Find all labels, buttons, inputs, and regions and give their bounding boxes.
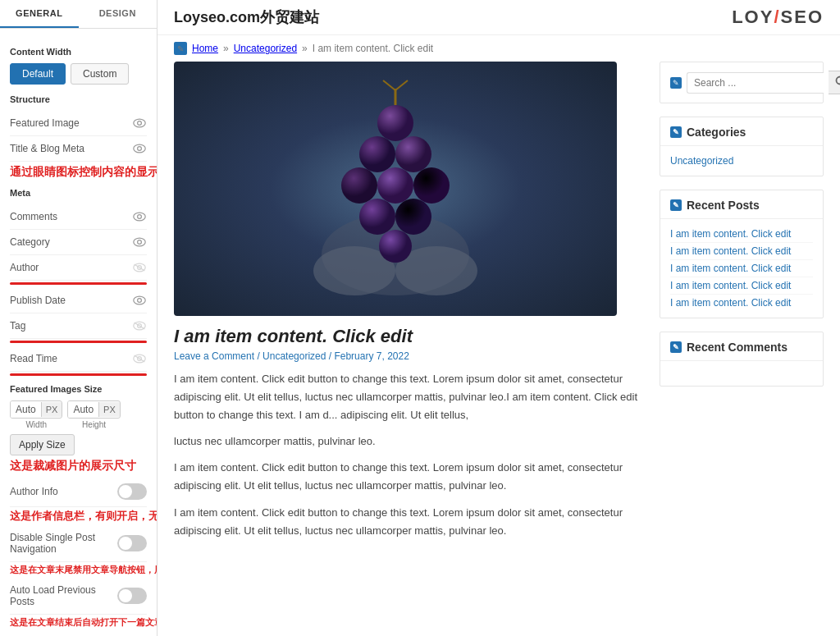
author-info-toggle[interactable] bbox=[117, 483, 147, 500]
svg-point-25 bbox=[341, 167, 377, 204]
svg-point-0 bbox=[134, 119, 145, 127]
search-widget: ✎ bbox=[660, 62, 824, 103]
read-time-eye-icon[interactable] bbox=[132, 351, 147, 366]
featured-image-label: Featured Image bbox=[10, 117, 80, 129]
svg-line-32 bbox=[383, 80, 395, 90]
structure-title: Structure bbox=[10, 94, 147, 104]
breadcrumb-home[interactable]: Home bbox=[192, 43, 218, 54]
svg-point-1 bbox=[138, 121, 142, 126]
svg-point-27 bbox=[413, 167, 450, 204]
apply-size-button[interactable]: Apply Size bbox=[10, 434, 75, 455]
tab-bar: GENERAL DESIGN bbox=[0, 0, 157, 29]
width-input[interactable]: Auto PX bbox=[10, 400, 62, 419]
disable-nav-toggle[interactable] bbox=[117, 535, 147, 551]
featured-image-eye-icon[interactable] bbox=[132, 116, 147, 130]
content-width-label: Content Width bbox=[10, 47, 147, 57]
grapes-svg bbox=[289, 74, 502, 304]
width-input-group: Auto PX Width bbox=[10, 400, 62, 429]
right-sidebar: ✎ ✎ Categories Uncategorized bbox=[660, 62, 824, 548]
read-time-red-bar bbox=[10, 373, 147, 376]
publish-date-eye-icon[interactable] bbox=[132, 293, 147, 308]
height-value: Auto bbox=[68, 401, 98, 418]
recent-post-1[interactable]: I am item content. Click edit bbox=[670, 226, 813, 243]
meta-title: Meta bbox=[10, 188, 147, 198]
post-body-1: I am item content. Click edit button to … bbox=[174, 370, 643, 424]
recent-post-2[interactable]: I am item content. Click edit bbox=[670, 243, 813, 260]
svg-point-11 bbox=[134, 296, 145, 304]
svg-point-23 bbox=[359, 136, 395, 172]
post-body: I am item content. Click edit button to … bbox=[174, 370, 643, 540]
tag-red-bar bbox=[10, 341, 147, 343]
category-row: Category bbox=[10, 230, 147, 255]
svg-line-33 bbox=[395, 80, 408, 90]
breadcrumb: ✎ Home » Uncategorized » I am item conte… bbox=[158, 35, 840, 62]
width-value: Auto bbox=[11, 401, 41, 418]
auto-load-label: Auto Load Previous Posts bbox=[10, 584, 117, 607]
search-input[interactable] bbox=[687, 72, 824, 94]
svg-point-22 bbox=[377, 105, 413, 141]
breadcrumb-uncategorized[interactable]: Uncategorized bbox=[234, 43, 297, 54]
breadcrumb-current: I am item content. Click edit bbox=[313, 43, 433, 54]
post-body-2: luctus nec ullamcorper mattis, pulvinar … bbox=[174, 432, 643, 451]
category-eye-icon[interactable] bbox=[132, 235, 147, 249]
author-label: Author bbox=[10, 262, 39, 273]
height-input[interactable]: Auto PX bbox=[67, 400, 120, 419]
content-area: I am item content. Click edit Leave a Co… bbox=[158, 62, 840, 565]
comments-label: Comments bbox=[10, 211, 57, 222]
title-blog-meta-eye-icon[interactable] bbox=[132, 141, 147, 156]
auto-load-annotation: 这是在文章结束后自动打开下一篇文章的功能 bbox=[10, 616, 147, 629]
content-width-buttons: Default Custom bbox=[10, 63, 147, 85]
categories-title-text: Categories bbox=[687, 126, 746, 139]
author-info-toggle-row: Author Info bbox=[10, 477, 147, 507]
publish-date-label: Publish Date bbox=[10, 295, 66, 306]
category-uncategorized[interactable]: Uncategorized bbox=[670, 153, 813, 169]
svg-point-24 bbox=[395, 136, 431, 172]
recent-post-3[interactable]: I am item content. Click edit bbox=[670, 260, 813, 277]
svg-point-30 bbox=[379, 230, 412, 263]
comments-eye-icon[interactable] bbox=[132, 209, 147, 224]
categories-list: Uncategorized bbox=[660, 146, 823, 176]
svg-point-7 bbox=[138, 240, 142, 245]
categories-widget: ✎ Categories Uncategorized bbox=[660, 117, 824, 176]
svg-point-6 bbox=[134, 238, 145, 246]
categories-title: ✎ Categories bbox=[660, 117, 823, 146]
recent-comments-title-text: Recent Comments bbox=[687, 341, 788, 354]
tag-row: Tag bbox=[10, 313, 147, 339]
tag-eye-icon[interactable] bbox=[132, 318, 147, 333]
author-eye-icon[interactable] bbox=[132, 260, 147, 275]
disable-nav-annotation: 这是在文章末尾禁用文章导航按钮，用于用户查看上一篇或下一篇 bbox=[10, 564, 147, 576]
breadcrumb-edit-icon[interactable]: ✎ bbox=[174, 42, 187, 55]
size-annotation: 这是裁减图片的展示尺寸 bbox=[10, 459, 147, 474]
width-unit: PX bbox=[41, 402, 62, 417]
author-red-bar bbox=[10, 282, 147, 285]
custom-btn[interactable]: Custom bbox=[71, 63, 129, 85]
tag-label: Tag bbox=[10, 320, 25, 332]
size-controls: Auto PX Width Auto PX Height Apply Size bbox=[10, 400, 147, 455]
author-info-label: Author Info bbox=[10, 486, 58, 497]
recent-comments-edit-icon[interactable]: ✎ bbox=[670, 341, 682, 353]
recent-posts-widget: ✎ Recent Posts I am item content. Click … bbox=[660, 190, 824, 318]
disable-nav-toggle-row: Disable Single Post Navigation bbox=[10, 525, 147, 562]
tab-general[interactable]: GENERAL bbox=[0, 0, 79, 28]
read-time-row: Read Time bbox=[10, 346, 147, 372]
recent-post-4[interactable]: I am item content. Click edit bbox=[670, 277, 813, 295]
recent-posts-title: ✎ Recent Posts bbox=[660, 190, 823, 219]
search-button[interactable] bbox=[829, 71, 840, 94]
auto-load-toggle-row: Auto Load Previous Posts bbox=[10, 578, 147, 615]
tab-design[interactable]: DESIGN bbox=[79, 0, 158, 28]
remove-padding-toggle-row: Remove Featured Image Padding bbox=[10, 630, 147, 636]
default-btn[interactable]: Default bbox=[10, 63, 66, 85]
height-input-group: Auto PX Height bbox=[67, 400, 120, 429]
eye-annotation: 通过眼睛图标控制内容的显示与否 bbox=[10, 165, 147, 180]
auto-load-toggle[interactable] bbox=[117, 588, 147, 604]
main-content: Loyseo.com外贸建站 LOY/SEO ✎ Home » Uncatego… bbox=[158, 0, 840, 636]
svg-point-26 bbox=[377, 167, 413, 204]
recent-post-5[interactable]: I am item content. Click edit bbox=[670, 295, 813, 311]
post-body-4: I am item content. Click edit button to … bbox=[174, 504, 643, 540]
search-edit-icon[interactable]: ✎ bbox=[670, 77, 682, 89]
disable-nav-label: Disable Single Post Navigation bbox=[10, 532, 117, 555]
categories-edit-icon[interactable]: ✎ bbox=[670, 126, 682, 138]
post-title: I am item content. Click edit bbox=[174, 326, 643, 347]
author-row: Author bbox=[10, 255, 147, 281]
recent-posts-edit-icon[interactable]: ✎ bbox=[670, 199, 682, 211]
